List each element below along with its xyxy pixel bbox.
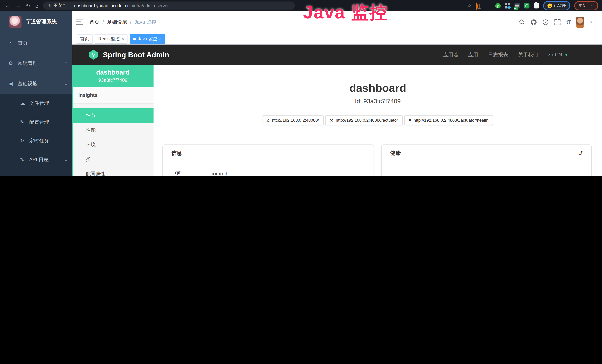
history-icon[interactable]: ↺ <box>578 150 583 157</box>
url-path[interactable]: /infra/admin-server <box>132 3 169 8</box>
health-card-body[interactable]: Instance UP <box>382 162 591 176</box>
extension-switch-icon[interactable]: on <box>514 3 520 8</box>
sba-content: dashboard Id: 93a3fc7f7409 ⌂ http://192.… <box>153 65 602 176</box>
close-icon[interactable]: × <box>122 37 124 41</box>
sba-brand-title: Spring Boot Admin <box>103 50 169 59</box>
app-logo <box>9 16 22 28</box>
extension-pin-icon[interactable] <box>485 3 491 8</box>
sidebar-item-infra[interactable]: ▣ 基础设施 ▴ <box>0 74 72 94</box>
url-host[interactable]: dashboard.yudao.iocoder.cn <box>74 3 129 8</box>
github-icon[interactable] <box>531 19 537 25</box>
browser-update-button[interactable]: 更新 ⋮ <box>574 1 598 10</box>
actuator-url-button[interactable]: ⚒ http://192.168.0.2:48080/actuator <box>325 115 402 125</box>
user-avatar[interactable] <box>576 17 585 27</box>
insights-item-environment[interactable]: 环境 <box>74 137 154 152</box>
monitor-icon: ▣ <box>9 81 18 86</box>
browser-home-icon[interactable]: ⌂ <box>35 2 39 9</box>
extension-grid-icon[interactable] <box>505 3 510 8</box>
browser-menu-icon[interactable]: ⋮ <box>590 3 594 8</box>
sba-frame: Spring Boot Admin 应用墙 应用 日志报表 关于我们 zh-CN… <box>72 44 602 176</box>
annotation-java-monitor: Java 监控 <box>269 1 422 24</box>
security-warning-icon[interactable]: ⚠ <box>48 3 51 8</box>
tab-home[interactable]: 首页 <box>77 34 93 43</box>
bookmark-star-icon[interactable]: ☆ <box>467 3 472 8</box>
breadcrumb-infra[interactable]: 基础设施 <box>107 19 127 25</box>
sba-nav-items: 应用墙 应用 日志报表 关于我们 zh-CN ▼ <box>443 51 568 58</box>
smiley-avatar-icon <box>547 3 552 8</box>
sba-body: dashboard 93a3fc7f7409 Insights 细节 性能 环境… <box>72 65 602 176</box>
breadcrumb-separator: / <box>103 19 104 25</box>
health-url-button[interactable]: ♥ http://192.168.0.2:48080/actuator/heal… <box>404 115 493 125</box>
close-icon[interactable]: × <box>159 37 161 41</box>
insights-section: Insights 细节 性能 环境 类 配置属性 计划任务 <box>72 87 153 176</box>
update-label: 更新 <box>579 3 587 8</box>
instance-name: dashboard <box>72 68 153 77</box>
app-title: 芋道管理系统 <box>26 18 57 25</box>
app-main: 首页 / 基础设施 / Java 监控 ? <box>72 11 602 176</box>
insights-item-classes[interactable]: 类 <box>74 152 154 167</box>
tab-java-monitor[interactable]: Java 监控 × <box>130 34 165 43</box>
extension-y-icon[interactable]: y <box>495 3 500 8</box>
heartbeat-icon: ♥ <box>409 118 411 123</box>
security-label[interactable]: 不安全 <box>54 3 66 8</box>
font-size-icon[interactable]: tT <box>566 19 570 25</box>
insights-item-metrics[interactable]: 性能 <box>74 123 154 138</box>
breadcrumb-current: Java 监控 <box>134 19 156 25</box>
wrench-icon: ⚒ <box>330 118 333 123</box>
user-caret-icon[interactable]: ▾ <box>590 20 592 24</box>
app-sidebar: 芋道管理系统 ◔ 首页 ⚙ 系统管理 ▾ ▣ 基础设施 ▴ ☁ 文件管理 <box>0 11 72 176</box>
browser-back-icon[interactable]: ← <box>5 2 10 9</box>
help-icon[interactable]: ? <box>542 19 548 25</box>
health-card: 健康 ↺ Instance UP <box>382 145 591 176</box>
dashboard-icon: ◔ <box>9 40 18 46</box>
browser-forward-icon[interactable]: → <box>15 2 21 9</box>
browser-reload-icon[interactable]: ↻ <box>26 2 30 9</box>
sba-nav-about[interactable]: 关于我们 <box>518 51 538 58</box>
fullscreen-icon[interactable] <box>555 19 561 25</box>
git-commit-line: commit: <box>210 169 364 176</box>
sba-logo-icon <box>88 50 99 60</box>
page-instance-id: Id: 93a3fc7f7409 <box>153 98 602 105</box>
sidebar-item-home[interactable]: ◔ 首页 <box>0 33 72 53</box>
sidebar-item-system[interactable]: ⚙ 系统管理 ▾ <box>0 53 72 74</box>
hamburger-icon[interactable] <box>76 20 83 25</box>
sba-nav-wallboard[interactable]: 应用墙 <box>443 51 458 58</box>
info-card-title: 信息 <box>163 145 374 162</box>
profile-paused-pill[interactable]: 已暂停 <box>543 1 570 10</box>
insights-section-label: Insights <box>74 87 154 104</box>
sba-brand[interactable]: Spring Boot Admin <box>88 50 169 60</box>
sba-language-select[interactable]: zh-CN ▼ <box>548 52 568 58</box>
tab-redis-monitor[interactable]: Redis 监控 × <box>95 34 127 43</box>
sidebar-item-scheduled-task[interactable]: ↻ 定时任务 <box>0 131 72 150</box>
home-icon: ⌂ <box>267 118 270 123</box>
search-icon[interactable] <box>519 19 525 25</box>
info-row-label: git <box>175 169 210 176</box>
info-card: 信息 git commit: time: 1596289704000 id: 2… <box>163 145 374 176</box>
url-divider <box>70 3 70 8</box>
chevron-down-icon: ▼ <box>564 53 568 57</box>
extension-magnifier-icon[interactable] <box>524 3 529 8</box>
sidebar-item-access-log[interactable]: ✎ 访问日志 <box>0 169 72 176</box>
service-url-button[interactable]: ⌂ http://192.168.0.2:48080/ <box>263 115 323 125</box>
timer-icon: ↻ <box>20 138 29 143</box>
sba-nav-applications[interactable]: 应用 <box>468 51 478 58</box>
chevron-down-icon: ▾ <box>65 61 67 65</box>
address-bar[interactable]: ⚠ 不安全 dashboard.yudao.iocoder.cn/infra/a… <box>43 1 295 10</box>
edit-icon: ✎ <box>20 119 29 125</box>
breadcrumb-home[interactable]: 首页 <box>89 19 99 25</box>
extension-colorzilla-icon[interactable]: 1 <box>476 3 481 8</box>
gear-icon: ⚙ <box>9 60 18 66</box>
sba-nav-journal[interactable]: 日志报表 <box>488 51 508 58</box>
sidebar-item-file-manage[interactable]: ☁ 文件管理 <box>0 94 72 112</box>
insights-item-configprops[interactable]: 配置属性 <box>74 167 154 176</box>
insights-item-details[interactable]: 细节 <box>72 108 153 123</box>
breadcrumb: 首页 / 基础设施 / Java 监控 <box>89 19 156 25</box>
sidebar-item-api-log[interactable]: ✎ API 日志 ▴ <box>0 150 72 169</box>
app-logo-row[interactable]: 芋道管理系统 <box>0 11 72 33</box>
active-tab-dot <box>133 37 136 40</box>
sba-navbar: Spring Boot Admin 应用墙 应用 日志报表 关于我们 zh-CN… <box>72 44 602 65</box>
extensions-puzzle-icon[interactable] <box>533 3 539 8</box>
breadcrumb-separator: / <box>130 19 131 25</box>
sidebar-item-config-manage[interactable]: ✎ 配置管理 <box>0 113 72 131</box>
instance-links: ⌂ http://192.168.0.2:48080/ ⚒ http://192… <box>153 115 602 125</box>
